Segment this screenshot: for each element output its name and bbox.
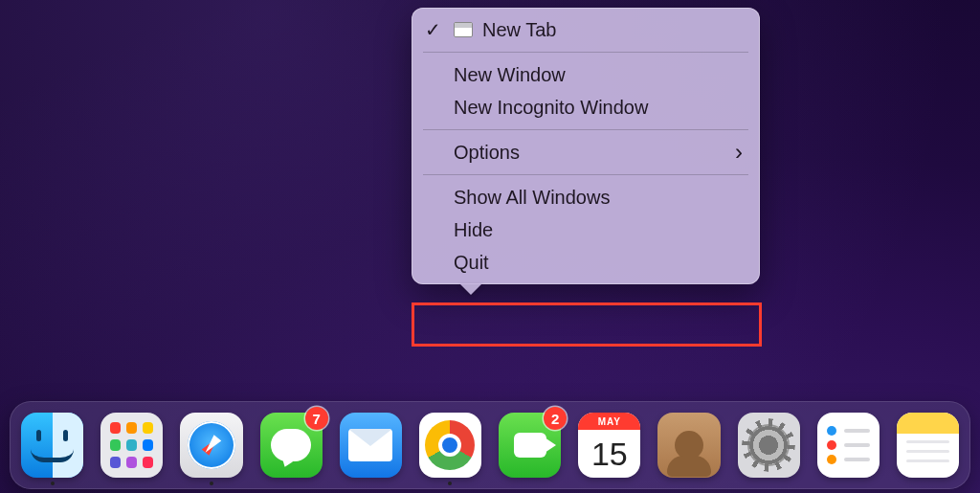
menu-item-label: New Tab <box>482 19 556 41</box>
dock-app-facetime[interactable]: 2 <box>499 413 561 478</box>
calendar-month-label: MAY <box>578 413 640 430</box>
safari-icon <box>180 413 242 478</box>
dock-app-calendar[interactable]: MAY 15 <box>578 413 640 478</box>
menu-item-label: Options <box>454 142 520 164</box>
menu-separator <box>423 52 748 53</box>
menu-item-label: New Window <box>454 64 566 86</box>
mail-icon <box>340 413 402 478</box>
menu-item-new-window[interactable]: New Window <box>412 58 760 91</box>
menu-pointer-tail <box>459 283 482 295</box>
dock-app-chrome[interactable] <box>419 413 481 478</box>
menu-item-show-all-windows[interactable]: Show All Windows <box>412 181 760 213</box>
running-indicator <box>210 482 213 485</box>
running-indicator <box>51 482 55 485</box>
dock-app-settings[interactable] <box>738 413 800 478</box>
finder-icon <box>21 413 83 478</box>
menu-item-new-tab[interactable]: ✓ New Tab <box>412 13 760 46</box>
menu-item-label: Quit <box>454 252 489 274</box>
dock-app-mail[interactable] <box>340 413 402 478</box>
notes-icon <box>897 413 959 478</box>
dock-app-safari[interactable] <box>180 413 242 478</box>
annotation-highlight-box <box>412 303 762 347</box>
dock: 7 2 MAY 15 <box>10 401 970 489</box>
dock-app-finder[interactable] <box>21 413 83 478</box>
dock-app-launchpad[interactable] <box>100 413 163 478</box>
checkmark-icon: ✓ <box>425 18 441 41</box>
launchpad-icon <box>100 413 163 478</box>
dock-app-contacts[interactable] <box>657 413 720 478</box>
calendar-icon: MAY 15 <box>578 413 640 478</box>
menu-item-quit[interactable]: Quit <box>412 246 760 279</box>
dock-app-messages[interactable]: 7 <box>260 413 323 478</box>
notification-badge: 7 <box>305 407 328 430</box>
menu-item-label: Show All Windows <box>454 187 610 209</box>
running-indicator <box>448 482 452 485</box>
menu-item-new-incognito-window[interactable]: New Incognito Window <box>412 91 760 123</box>
dock-app-notes[interactable] <box>897 413 959 478</box>
notification-badge: 2 <box>544 407 567 430</box>
menu-item-label: Hide <box>454 219 493 241</box>
menu-separator <box>423 174 748 175</box>
menu-separator <box>423 129 748 130</box>
reminders-icon <box>817 413 880 478</box>
chrome-icon <box>419 413 481 478</box>
menu-item-hide[interactable]: Hide <box>412 213 760 246</box>
contacts-icon <box>657 413 720 478</box>
gear-icon <box>738 413 800 478</box>
calendar-day-label: 15 <box>578 430 640 478</box>
dock-context-menu: ✓ New Tab New Window New Incognito Windo… <box>412 8 760 284</box>
menu-item-label: New Incognito Window <box>454 97 648 119</box>
window-icon <box>454 22 473 37</box>
menu-item-options[interactable]: Options <box>412 136 760 168</box>
dock-app-reminders[interactable] <box>817 413 880 478</box>
